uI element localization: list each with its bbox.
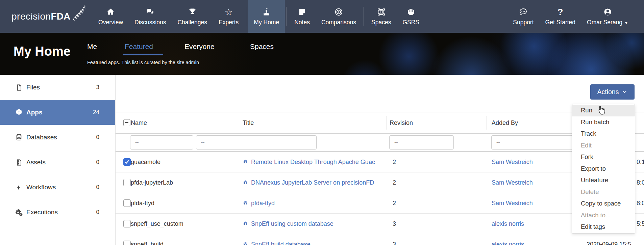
- app-title-link[interactable]: DNAnexus JupyterLab Server on precisionF…: [251, 179, 374, 186]
- menu-item-edit: Edit: [572, 140, 635, 152]
- row-checkbox[interactable]: [123, 199, 131, 207]
- column-header-name[interactable]: Name: [131, 112, 147, 133]
- filter-input-revision[interactable]: [389, 135, 454, 149]
- added-by-link[interactable]: Sam Westreich: [492, 172, 533, 193]
- sidebar-item-assets[interactable]: Assets 0: [0, 150, 115, 175]
- user-menu[interactable]: Omar Serang▼: [581, 0, 634, 33]
- spaces-icon: [377, 7, 386, 17]
- sidebar-item-executions[interactable]: Executions 0: [0, 200, 115, 225]
- tab-everyone[interactable]: Everyone: [184, 43, 215, 51]
- table-row-partial: snpeff_build SnpEff build database 3 ale…: [116, 234, 644, 245]
- database-icon: [15, 133, 23, 141]
- nav-label: Get Started: [545, 19, 576, 26]
- comments-icon: [145, 7, 155, 17]
- app-title-link[interactable]: SnpEff using custom database: [251, 220, 333, 227]
- sidebar-item-label: Executions: [26, 209, 58, 216]
- nav-support[interactable]: Support: [507, 0, 539, 33]
- table-row: snpeff_use_custom SnpEff using custom da…: [116, 214, 644, 234]
- column-separator: [236, 116, 236, 130]
- nav-overview[interactable]: Overview: [93, 0, 129, 33]
- app-title-link[interactable]: Remote Linux Desktop Through Apache Guac: [251, 159, 375, 166]
- bolt-icon: [15, 184, 23, 191]
- menu-item-run-batch[interactable]: Run batch: [572, 116, 635, 128]
- caret-down-icon: ▼: [624, 21, 628, 25]
- menu-item-unfeature[interactable]: Unfeature: [572, 174, 635, 186]
- nav-get-started[interactable]: ? Get Started: [540, 0, 581, 33]
- sidebar-item-count: 0: [96, 209, 99, 216]
- column-header-revision[interactable]: Revision: [390, 112, 413, 133]
- filter-input-added-by[interactable]: [491, 135, 576, 149]
- tab-me[interactable]: Me: [87, 43, 97, 51]
- sidebar-item-count: 24: [93, 109, 99, 116]
- column-header-added-by[interactable]: Added By: [492, 112, 518, 133]
- nav-spaces[interactable]: Spaces: [366, 0, 397, 33]
- added-by-link[interactable]: alexis norris: [492, 234, 524, 245]
- created-timestamp-partial: 8:0: [637, 193, 644, 213]
- created-timestamp-partial: 5:5: [637, 214, 644, 234]
- menu-item-delete: Delete: [572, 186, 635, 198]
- user-icon: [603, 7, 612, 17]
- tab-spaces[interactable]: Spaces: [250, 43, 274, 51]
- castle-icon: [262, 7, 271, 17]
- nav-label: Notes: [294, 19, 310, 26]
- app-name: pfda-jupyterLab: [131, 172, 173, 193]
- app-title-cell: pfda-ttyd: [243, 193, 391, 213]
- row-checkbox[interactable]: [123, 241, 131, 245]
- app-title-cell: DNAnexus JupyterLab Server on precisionF…: [243, 172, 391, 193]
- app-title-link[interactable]: SnpEff build database: [251, 241, 311, 245]
- table-filter-row: [116, 134, 644, 151]
- app-title-cell: SnpEff build database: [243, 234, 391, 245]
- sidebar-item-workflows[interactable]: Workflows 0: [0, 175, 115, 200]
- filter-input-title[interactable]: [196, 135, 317, 149]
- revision-value: 2: [393, 193, 396, 213]
- sidebar-item-label: Databases: [26, 134, 57, 141]
- menu-item-run[interactable]: Run: [572, 105, 635, 116]
- nav-label: Challenges: [177, 19, 207, 26]
- table-row: pfda-ttyd pfda-ttyd 2 Sam Westreich 8:0: [116, 193, 644, 214]
- menu-item-export-to[interactable]: Export to: [572, 163, 635, 175]
- nav-divider: [364, 7, 364, 26]
- archive-file-icon: [15, 159, 23, 166]
- sidebar-item-apps[interactable]: Apps 24: [0, 100, 115, 125]
- file-icon: [15, 84, 23, 91]
- actions-button[interactable]: Actions: [590, 84, 635, 100]
- revision-value: 2: [393, 152, 396, 172]
- nav-notes[interactable]: Notes: [289, 0, 316, 33]
- user-name: Omar Serang▼: [587, 19, 628, 26]
- row-checkbox-checked[interactable]: [123, 158, 131, 166]
- menu-item-track[interactable]: Track: [572, 128, 635, 140]
- nav-label: Experts: [219, 19, 239, 26]
- app-cube-icon: [243, 180, 248, 186]
- sidebar: Files 3 Apps 24 Databases 0 Assets 0 Wor…: [0, 75, 116, 245]
- app-cube-icon: [243, 242, 248, 245]
- app-title-link[interactable]: pfda-ttyd: [251, 200, 275, 207]
- nav-my-home[interactable]: My Home: [248, 0, 285, 33]
- nav-gsrs[interactable]: GSRS: [397, 0, 425, 33]
- table-row: guacamole Remote Linux Desktop Through A…: [116, 152, 644, 172]
- nav-experts[interactable]: ☆ Experts: [213, 0, 244, 33]
- menu-item-fork[interactable]: Fork: [572, 151, 635, 163]
- row-checkbox[interactable]: [123, 179, 131, 186]
- app-name: snpeff_build: [131, 234, 164, 245]
- precisionfda-logo[interactable]: precisionFDA: [0, 0, 86, 33]
- nav-comparisons[interactable]: Comparisons: [316, 0, 362, 33]
- column-separator: [487, 116, 487, 130]
- select-all-checkbox-indeterminate[interactable]: [123, 119, 130, 126]
- nav-discussions[interactable]: Discussions: [129, 0, 172, 33]
- filter-input-name[interactable]: [130, 135, 193, 149]
- tab-featured[interactable]: Featured: [125, 43, 153, 51]
- menu-item-copy-to-space[interactable]: Copy to space: [572, 198, 635, 210]
- sidebar-item-databases[interactable]: Databases 0: [0, 125, 115, 150]
- added-by-link[interactable]: Sam Westreich: [492, 152, 533, 172]
- added-by-link[interactable]: alexis norris: [492, 214, 524, 234]
- sidebar-item-files[interactable]: Files 3: [0, 75, 115, 100]
- chevron-down-icon: [622, 89, 627, 95]
- page-title: My Home: [14, 44, 71, 59]
- menu-item-edit-tags[interactable]: Edit tags: [572, 221, 635, 233]
- added-by-link[interactable]: Sam Westreich: [492, 193, 533, 213]
- column-header-title[interactable]: Title: [243, 112, 254, 133]
- nav-challenges[interactable]: Challenges: [172, 0, 213, 33]
- note-icon: [298, 7, 306, 17]
- row-checkbox[interactable]: [123, 220, 131, 227]
- nav-divider: [246, 7, 246, 26]
